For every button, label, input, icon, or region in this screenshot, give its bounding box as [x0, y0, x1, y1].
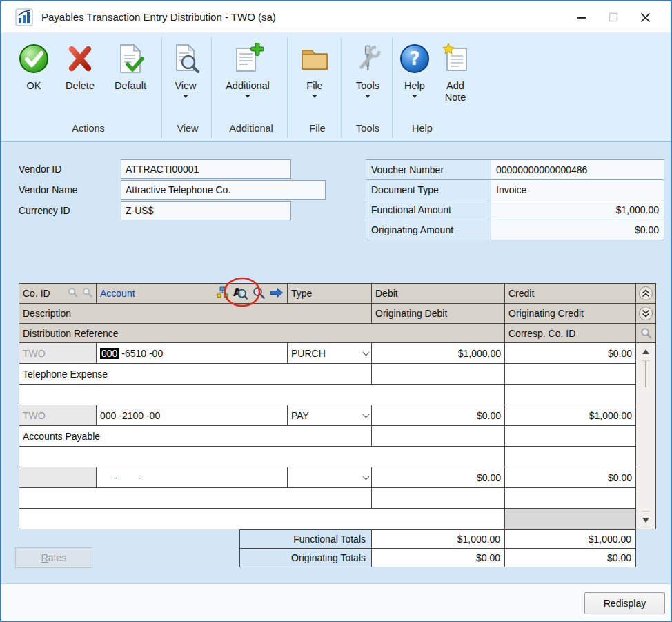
window-title: Payables Transaction Entry Distribution …	[41, 11, 276, 23]
row3-type-combo[interactable]	[288, 467, 371, 487]
default-icon	[115, 39, 146, 79]
tools-button[interactable]: Tools	[345, 39, 391, 122]
corresp-lookup-icon[interactable]	[636, 324, 655, 342]
functional-totals-label: Functional Totals	[240, 530, 371, 548]
voucher-number-label: Voucher Number	[366, 160, 491, 179]
row3-credit[interactable]: $0.00	[505, 467, 635, 487]
file-button[interactable]: File	[293, 39, 337, 122]
row1-credit[interactable]: $0.00	[505, 343, 635, 363]
row1-orig-debit	[372, 364, 504, 384]
additional-label: Additional	[226, 80, 270, 92]
row2-type-combo[interactable]: PAY	[288, 405, 371, 425]
row1-co-id: TWO	[19, 343, 96, 363]
row3-orig-debit	[372, 488, 504, 508]
co-id-lookup2-icon[interactable]	[82, 287, 92, 300]
toolbar-separator	[161, 37, 162, 138]
row3-debit[interactable]: $0.00	[372, 467, 504, 487]
functional-totals-debit: $1,000.00	[372, 530, 504, 548]
default-button[interactable]: Default	[105, 39, 156, 122]
row1-account-field[interactable]: 000 -6510 -00	[97, 343, 287, 363]
collapse-rows-button[interactable]	[636, 284, 655, 303]
header-co-id: Co. ID	[19, 284, 96, 303]
scroll-up-arrow-icon	[642, 349, 649, 354]
currency-id-field: Z-US$	[121, 201, 291, 220]
row1-description[interactable]: Telephone Expense	[19, 364, 371, 384]
expand-rows-button[interactable]	[636, 304, 655, 323]
combo-chevron-icon	[363, 473, 370, 480]
ok-button[interactable]: OK	[14, 39, 54, 122]
header-originating-debit: Originating Debit	[372, 304, 504, 323]
additional-button[interactable]: Additional	[215, 39, 280, 122]
distribution-grid: Co. ID Account	[19, 283, 656, 529]
row1-corresp-co-id	[505, 385, 635, 405]
redisplay-button[interactable]: Redisplay	[584, 592, 665, 614]
svg-text:?: ?	[409, 48, 419, 69]
default-label: Default	[115, 80, 146, 92]
account-alpha-lookup-icon[interactable]: A	[233, 285, 248, 302]
originating-totals-debit: $0.00	[372, 549, 504, 567]
row2-account-field[interactable]: 000 -2100 -00	[97, 405, 287, 425]
account-hierarchy-icon[interactable]	[217, 286, 228, 300]
row2-distribution-reference[interactable]	[19, 447, 504, 467]
title-bar: Payables Transaction Entry Distribution …	[1, 1, 671, 33]
app-icon	[15, 8, 33, 26]
vendor-name-label: Vendor Name	[19, 180, 78, 200]
co-id-lookup-icon[interactable]	[68, 287, 78, 300]
close-button[interactable]	[629, 1, 661, 33]
originating-amount-value: $0.00	[491, 220, 664, 240]
group-label-additional: Additional	[214, 123, 288, 137]
scroll-down-arrow-icon	[642, 518, 649, 523]
functional-amount-value: $1,000.00	[491, 200, 664, 220]
view-button[interactable]: View	[166, 39, 206, 122]
row3-description[interactable]	[19, 488, 371, 508]
row1-account-selected-segment: 000	[100, 348, 119, 359]
additional-dropdown-arrow-icon	[245, 95, 250, 98]
toolbar: OK Delete De	[1, 33, 671, 142]
scrollbar-thumb[interactable]	[645, 361, 646, 387]
scroll-down-button[interactable]	[642, 511, 649, 529]
add-note-button[interactable]: Add Note	[435, 39, 476, 122]
vendor-id-field: ATTRACTI00001	[121, 159, 291, 179]
vendor-name-field: Attractive Telephone Co.	[121, 180, 326, 200]
header-description: Description	[19, 304, 371, 323]
row3-orig-credit	[505, 488, 635, 508]
header-debit: Debit	[372, 284, 504, 303]
account-lookup-icon[interactable]	[252, 286, 266, 302]
row2-co-id: TWO	[19, 405, 96, 425]
originating-amount-label: Originating Amount	[366, 220, 491, 240]
currency-id-label: Currency ID	[19, 201, 70, 220]
help-dropdown-arrow-icon	[412, 95, 417, 98]
header-type: Type	[288, 284, 371, 303]
row2-credit[interactable]: $1,000.00	[505, 405, 635, 425]
rates-button: Rates	[15, 547, 92, 568]
account-link[interactable]: Account	[100, 288, 135, 299]
minimize-button[interactable]	[566, 1, 597, 33]
view-icon	[170, 39, 201, 79]
row2-description[interactable]: Accounts Payable	[19, 426, 371, 446]
file-dropdown-arrow-icon	[312, 95, 317, 98]
grid-vertical-scrollbar[interactable]	[636, 343, 655, 529]
row1-distribution-reference[interactable]	[19, 385, 504, 405]
row2-debit[interactable]: $0.00	[372, 405, 504, 425]
delete-button[interactable]: Delete	[59, 39, 101, 122]
view-label: View	[175, 80, 196, 92]
additional-icon	[232, 39, 264, 79]
maximize-button[interactable]	[597, 1, 629, 33]
view-dropdown-arrow-icon	[183, 95, 188, 98]
file-icon	[299, 39, 330, 79]
add-note-icon	[439, 39, 471, 79]
add-note-label: Add Note	[441, 80, 470, 104]
scroll-up-button[interactable]	[642, 343, 649, 361]
help-button[interactable]: ? Help	[396, 39, 433, 122]
account-goto-arrow-icon[interactable]	[270, 287, 284, 300]
help-icon: ?	[399, 39, 431, 79]
row1-type-combo[interactable]: PURCH	[288, 343, 371, 363]
document-summary-table: Voucher Number 00000000000000486 Documen…	[366, 159, 664, 240]
row3-account-field[interactable]: - -	[97, 467, 287, 487]
row1-debit[interactable]: $1,000.00	[372, 343, 504, 363]
originating-totals-credit: $0.00	[505, 549, 635, 567]
chevron-down-icon	[638, 306, 653, 321]
functional-amount-label: Functional Amount	[366, 200, 491, 220]
row3-distribution-reference[interactable]	[19, 509, 504, 529]
tools-label: Tools	[356, 80, 379, 92]
